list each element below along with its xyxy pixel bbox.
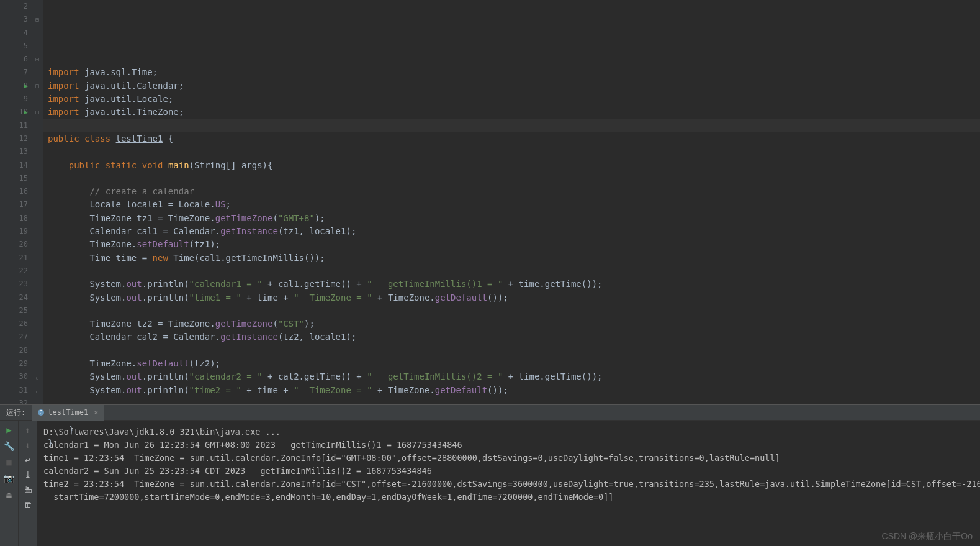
camera-icon[interactable]: 📷	[4, 473, 15, 484]
line-number[interactable]: 20	[0, 238, 28, 251]
code-line[interactable]: Locale locale1 = Locale.US;	[48, 198, 980, 211]
code-line[interactable]: public static void main(String[] args){	[48, 159, 980, 172]
code-line[interactable]	[48, 265, 980, 278]
fold-column[interactable]: ⊟⊟⊟⊟⌞⌞	[34, 0, 43, 404]
editor-area: 2345678910111213141516171819202122232425…	[0, 0, 980, 404]
code-line[interactable]: System.out.println("calendar2 = " + cal2…	[48, 370, 980, 383]
fold-marker-icon[interactable]: ⊟	[35, 16, 39, 23]
code-line[interactable]: import java.util.Calendar;	[48, 80, 980, 93]
run-toolbar-left2: ↑ ↓ ↩ ⤓ 🖶 🗑	[19, 421, 37, 546]
console-line: calendar2 = Sun Jun 25 23:23:54 CDT 2023…	[43, 465, 974, 478]
fold-marker-icon[interactable]: ⌞	[35, 387, 39, 394]
code-line[interactable]: TimeZone.setDefault(tz1);	[48, 238, 980, 251]
line-number[interactable]: 16	[0, 185, 28, 198]
code-content[interactable]: import java.sql.Time;import java.util.Ca…	[48, 53, 980, 463]
line-number[interactable]: 21	[0, 252, 28, 265]
line-number[interactable]: 18	[0, 212, 28, 225]
rerun-icon[interactable]: ▶	[4, 424, 15, 435]
run-label: 运行:	[0, 405, 32, 421]
wrench-icon[interactable]: 🔧	[4, 440, 15, 452]
line-number[interactable]: 25	[0, 304, 28, 317]
down-icon[interactable]: ↓	[22, 439, 34, 450]
line-number[interactable]: 4	[0, 27, 28, 40]
code-line[interactable]	[48, 119, 980, 132]
code-line[interactable]: Calendar cal1 = Calendar.getInstance(tz1…	[48, 225, 980, 238]
line-number[interactable]: 15	[0, 172, 28, 185]
code-line[interactable]: // create a calendar	[48, 185, 980, 198]
code-line[interactable]	[48, 304, 980, 317]
line-number[interactable]: 11	[0, 119, 28, 132]
fold-marker-icon[interactable]: ⊟	[35, 56, 39, 63]
line-number[interactable]: 13	[0, 145, 28, 158]
line-number[interactable]: 14	[0, 159, 28, 172]
console-line: time2 = 23:23:54 TimeZone = sun.util.cal…	[43, 478, 974, 491]
code-line[interactable]: Calendar cal2 = Calendar.getInstance(tz2…	[48, 330, 980, 344]
code-line[interactable]: }	[48, 437, 980, 450]
fold-marker-icon[interactable]: ⊟	[35, 109, 39, 116]
java-class-icon: C	[37, 409, 45, 416]
line-number[interactable]: 2	[0, 0, 28, 13]
code-line[interactable]	[48, 410, 980, 423]
fold-marker-icon[interactable]: ⊟	[35, 83, 39, 89]
code-line[interactable]: }	[48, 424, 980, 437]
gutter-run-icon[interactable]: ▶	[24, 82, 28, 90]
code-line[interactable]: System.out.println("time1 = " + time + "…	[48, 291, 980, 304]
soft-wrap-icon[interactable]: ↩	[22, 454, 34, 465]
line-number[interactable]: 30	[0, 370, 28, 383]
line-number[interactable]: 24	[0, 291, 28, 304]
scroll-to-end-icon[interactable]: ⤓	[22, 469, 34, 480]
line-number[interactable]: 31	[0, 384, 28, 397]
line-number[interactable]: 5	[0, 40, 28, 53]
line-number[interactable]: 27	[0, 330, 28, 344]
code-line[interactable]: import java.util.Locale;	[48, 93, 980, 106]
console-line: startTime=7200000,startTimeMode=0,endMod…	[43, 491, 974, 504]
code-line[interactable]: TimeZone.setDefault(tz2);	[48, 357, 980, 370]
line-number[interactable]: 6	[0, 53, 28, 66]
line-number[interactable]: 7	[0, 66, 28, 79]
code-line[interactable]: TimeZone tz1 = TimeZone.getTimeZone("GMT…	[48, 212, 980, 225]
code-line[interactable]: import java.util.TimeZone;	[48, 106, 980, 119]
svg-text:C: C	[40, 410, 43, 416]
code-line[interactable]: TimeZone tz2 = TimeZone.getTimeZone("CST…	[48, 317, 980, 330]
line-number[interactable]: 26	[0, 317, 28, 330]
code-line[interactable]: public class testTime1 {	[48, 132, 980, 145]
code-line[interactable]: Time time = new Time(cal1.getTimeInMilli…	[48, 252, 980, 265]
code-line[interactable]	[48, 450, 980, 463]
line-number[interactable]: 29	[0, 357, 28, 370]
line-number[interactable]: 22	[0, 265, 28, 278]
stop-icon[interactable]: ■	[4, 457, 15, 468]
code-line[interactable]	[48, 145, 980, 158]
delete-icon[interactable]: 🗑	[22, 499, 34, 510]
print-icon[interactable]: 🖶	[22, 484, 34, 495]
run-toolbar-left: ▶ 🔧 ■ 📷 ⏏	[0, 421, 19, 546]
line-number[interactable]: 9	[0, 93, 28, 106]
gutter-run-icon[interactable]: ▶	[24, 108, 28, 116]
up-icon[interactable]: ↑	[22, 424, 34, 435]
code-line[interactable]: System.out.println("time2 = " + time + "…	[48, 384, 980, 397]
line-number-gutter[interactable]: 2345678910111213141516171819202122232425…	[0, 0, 34, 404]
line-number[interactable]: 17	[0, 198, 28, 211]
code-line[interactable]	[48, 172, 980, 185]
code-line[interactable]	[48, 397, 980, 410]
line-number[interactable]: 28	[0, 344, 28, 357]
line-number[interactable]: 12	[0, 132, 28, 145]
line-number[interactable]: 3	[0, 13, 28, 26]
code-line[interactable]	[48, 53, 980, 66]
line-number[interactable]: 23	[0, 278, 28, 291]
exit-icon[interactable]: ⏏	[4, 489, 15, 500]
line-number[interactable]: 19	[0, 225, 28, 238]
code-line[interactable]: System.out.println("calendar1 = " + cal1…	[48, 278, 980, 291]
fold-marker-icon[interactable]: ⌞	[35, 373, 39, 380]
watermark: CSDN @来瓶小白干Oo	[882, 531, 973, 542]
code-area[interactable]: import java.sql.Time;import java.util.Ca…	[43, 0, 980, 404]
code-line[interactable]	[48, 344, 980, 357]
code-line[interactable]: import java.sql.Time;	[48, 66, 980, 79]
